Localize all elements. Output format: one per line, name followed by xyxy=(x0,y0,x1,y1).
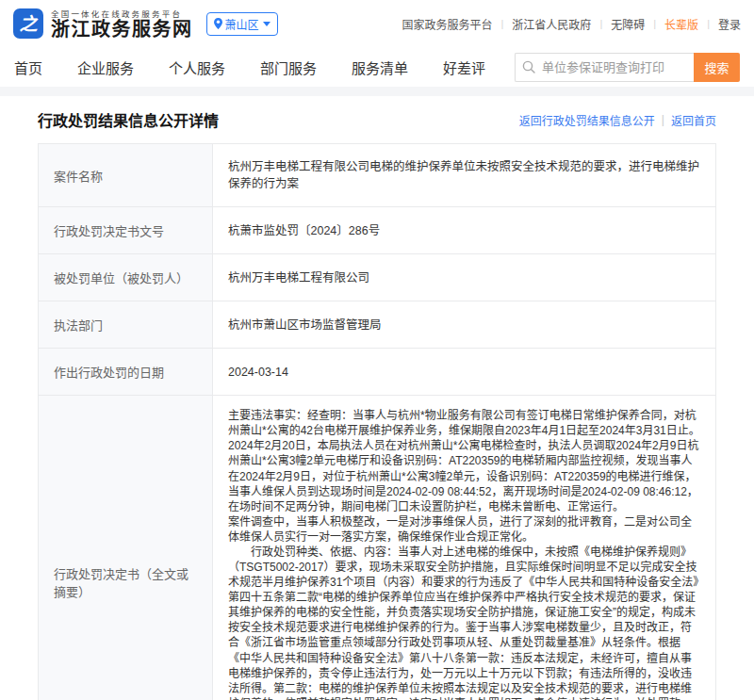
site-logo-icon[interactable]: 之 xyxy=(13,8,43,39)
row-label: 行政处罚决定书文号 xyxy=(39,207,213,253)
site-name: 浙江政务服务网 xyxy=(51,20,193,40)
table-row: 作出行政处罚的日期2024-03-14 xyxy=(39,348,715,395)
decision-paragraph: 2024年2月20日，本局执法人员在对杭州萧山*公寓电梯检查时，执法人员调取20… xyxy=(228,438,700,513)
title-links: 返回行政处罚结果信息公开 | 返回首页 xyxy=(519,112,716,128)
separator: | xyxy=(662,113,664,126)
search-icon xyxy=(522,60,535,73)
logo-text: 全国一体化在线政务服务平台 浙江政务服务网 xyxy=(51,8,193,40)
row-value: 2024-03-14 xyxy=(213,349,715,395)
decision-paragraph: 案件调查中，当事人积极整改，一是对涉事维保人员，进行了深刻的批评教育，二是对公司… xyxy=(228,514,700,545)
search-button[interactable]: 搜索 xyxy=(694,53,740,82)
nav-item-3[interactable]: 个人服务 xyxy=(169,57,225,77)
location-pin-icon xyxy=(214,18,222,29)
top-link-2[interactable]: 浙江省人民政府 xyxy=(512,16,591,32)
table-row: 案件名称杭州万丰电梯工程有限公司电梯的维护保养单位未按照安全技术规范的要求，进行… xyxy=(39,144,715,206)
separator: | xyxy=(501,18,504,29)
top-link-3[interactable]: 无障碍 xyxy=(611,16,645,32)
search-area: 搜索 xyxy=(515,53,740,82)
row-label: 被处罚单位（被处罚人） xyxy=(39,254,213,301)
location-label: 萧山区 xyxy=(225,16,259,32)
chevron-down-icon xyxy=(263,22,270,26)
top-link-5[interactable]: 登录 xyxy=(718,16,741,32)
nav-item-4[interactable]: 部门服务 xyxy=(260,57,317,77)
decision-text: 主要违法事实：经查明：当事人与杭州*物业服务有限公司有签订电梯日常维护保养合同，… xyxy=(213,396,715,700)
search-input[interactable] xyxy=(515,53,694,82)
search-wrap xyxy=(515,53,694,82)
row-label: 执法部门 xyxy=(39,301,213,348)
separator: | xyxy=(707,18,710,29)
decision-paragraph: 行政处罚种类、依据、内容：当事人对上述电梯的维保中，未按照《电梯维护保养规则》（… xyxy=(228,545,700,700)
row-label: 作出行政处罚的日期 xyxy=(39,349,213,395)
back-to-home-link[interactable]: 返回首页 xyxy=(671,112,716,128)
table-row: 被处罚单位（被处罚人）杭州万丰电梯工程有限公司 xyxy=(39,253,715,301)
table-row: 行政处罚决定书文号杭萧市监处罚〔2024〕286号 xyxy=(39,206,715,253)
separator-band xyxy=(0,87,754,96)
site-header: 之 全国一体化在线政务服务平台 浙江政务服务网 萧山区 国家政务服务平台|浙江省… xyxy=(0,0,754,47)
nav-item-5[interactable]: 服务清单 xyxy=(352,57,408,77)
main-content: 行政处罚结果信息公开详情 返回行政处罚结果信息公开 | 返回首页 案件名称杭州万… xyxy=(0,96,754,700)
separator: | xyxy=(599,18,602,29)
row-label: 案件名称 xyxy=(39,144,213,206)
row-value: 杭州万丰电梯工程有限公司 xyxy=(213,254,715,301)
nav-item-6[interactable]: 好差评 xyxy=(443,57,485,77)
platform-tagline: 全国一体化在线政务服务平台 xyxy=(51,8,193,19)
main-nav: 首页企业服务个人服务部门服务服务清单好差评 搜索 xyxy=(0,47,754,87)
nav-item-2[interactable]: 企业服务 xyxy=(77,57,134,77)
table-row: 执法部门杭州市萧山区市场监督管理局 xyxy=(39,301,715,348)
row-value: 杭萧市监处罚〔2024〕286号 xyxy=(213,207,715,253)
separator: | xyxy=(653,18,656,29)
info-table: 案件名称杭州万丰电梯工程有限公司电梯的维护保养单位未按照安全技术规范的要求，进行… xyxy=(38,143,716,700)
row-value: 杭州市萧山区市场监督管理局 xyxy=(213,301,715,348)
top-link-4[interactable]: 长辈版 xyxy=(664,16,698,32)
logo-glyph: 之 xyxy=(19,15,37,33)
back-to-list-link[interactable]: 返回行政处罚结果信息公开 xyxy=(519,112,655,128)
row-value: 杭州万丰电梯工程有限公司电梯的维护保养单位未按照安全技术规范的要求，进行电梯维护… xyxy=(213,144,715,206)
page-title: 行政处罚结果信息公开详情 xyxy=(38,108,219,131)
location-selector[interactable]: 萧山区 xyxy=(206,12,278,36)
table-row-decision: 行政处罚决定书（全文或摘要）主要违法事实：经查明：当事人与杭州*物业服务有限公司… xyxy=(39,395,715,700)
top-links: 国家政务服务平台|浙江省人民政府|无障碍|长辈版|登录 xyxy=(402,16,741,32)
row-label: 行政处罚决定书（全文或摘要） xyxy=(39,396,213,700)
top-link-1[interactable]: 国家政务服务平台 xyxy=(402,16,492,32)
title-bar: 行政处罚结果信息公开详情 返回行政处罚结果信息公开 | 返回首页 xyxy=(38,96,716,143)
nav-items: 首页企业服务个人服务部门服务服务清单好差评 xyxy=(14,57,485,77)
decision-paragraph: 主要违法事实：经查明：当事人与杭州*物业服务有限公司有签订电梯日常维护保养合同，… xyxy=(228,408,700,438)
nav-item-1[interactable]: 首页 xyxy=(14,57,42,77)
